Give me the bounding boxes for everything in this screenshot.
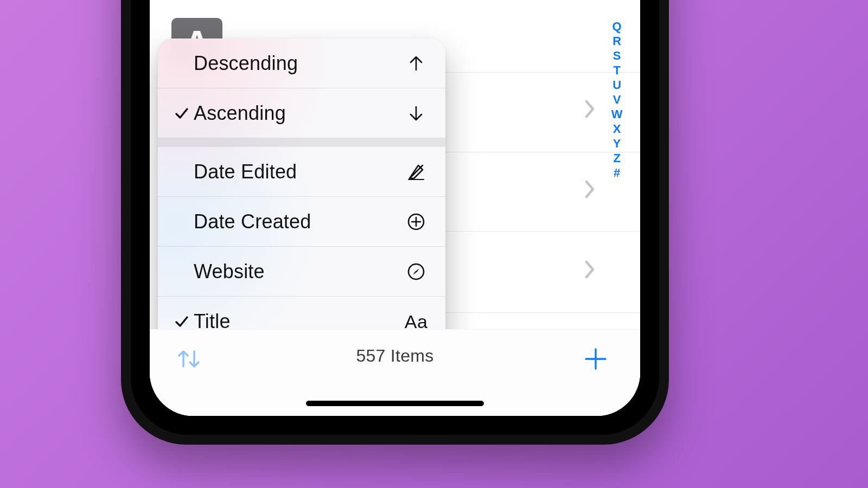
chevron-right-icon xyxy=(583,98,597,122)
index-letter[interactable]: U xyxy=(612,79,621,91)
sort-direction-descending[interactable]: Descending xyxy=(158,38,445,88)
arrow-up-icon xyxy=(404,54,428,73)
index-letter[interactable]: Y xyxy=(613,138,621,150)
index-letter[interactable]: S xyxy=(613,50,621,62)
index-letter[interactable]: Q xyxy=(612,21,622,33)
sort-button[interactable] xyxy=(175,345,203,375)
safari-icon xyxy=(404,262,428,281)
home-indicator[interactable] xyxy=(306,401,484,406)
section-index[interactable]: Q R S T U V W X Y Z # xyxy=(611,21,623,179)
index-letter[interactable]: X xyxy=(613,123,621,135)
plus-circle-icon xyxy=(404,212,428,232)
sort-field-date-created[interactable]: Date Created xyxy=(158,197,445,247)
checkmark-icon xyxy=(170,106,194,120)
index-letter[interactable]: Z xyxy=(613,152,621,164)
sort-menu: Descending Ascending xyxy=(158,38,445,346)
toolbar: 557 Items xyxy=(150,329,640,416)
chevron-right-icon xyxy=(583,178,597,202)
index-letter[interactable]: R xyxy=(612,35,621,47)
item-count: 557 Items xyxy=(150,346,640,366)
menu-item-label: Descending xyxy=(194,52,404,75)
checkmark-icon xyxy=(170,314,194,329)
index-letter[interactable]: W xyxy=(611,108,623,120)
menu-item-label: Website xyxy=(194,260,404,283)
sort-field-website[interactable]: Website xyxy=(158,247,445,297)
add-button[interactable] xyxy=(582,345,610,375)
menu-item-label: Date Edited xyxy=(194,160,404,183)
chevron-right-icon xyxy=(583,259,597,282)
menu-item-label: Date Created xyxy=(194,210,404,233)
phone-frame: A Q R S T U V W X Y Z xyxy=(121,0,669,445)
sort-direction-ascending[interactable]: Ascending xyxy=(158,88,445,138)
index-letter[interactable]: # xyxy=(614,167,621,179)
menu-separator xyxy=(158,138,445,147)
arrow-down-icon xyxy=(404,104,428,123)
app-screen: A Q R S T U V W X Y Z xyxy=(150,0,640,416)
sort-field-date-edited[interactable]: Date Edited xyxy=(158,147,445,197)
menu-item-label: Ascending xyxy=(194,102,404,125)
index-letter[interactable]: V xyxy=(613,94,621,106)
index-letter[interactable]: T xyxy=(613,65,621,76)
pencil-icon xyxy=(404,162,428,182)
